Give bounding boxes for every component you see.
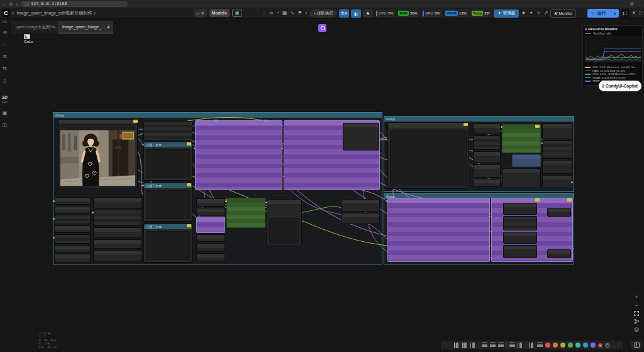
storyboard-text-2-header[interactable]: 分镜二文本 bbox=[144, 183, 192, 188]
node[interactable] bbox=[542, 175, 572, 188]
storyboard-text-1-node[interactable]: 分镜一文本 bbox=[143, 142, 192, 181]
resource-monitor-panel[interactable]: ≡ Resource Monitor Workflow: Idle CPU: 9… bbox=[582, 25, 643, 86]
batch-count-stepper[interactable]: 1 ▴▾ bbox=[621, 9, 630, 18]
color-dot-green[interactable] bbox=[568, 343, 573, 348]
crosshair-icon[interactable]: ◎ bbox=[605, 343, 610, 348]
node[interactable] bbox=[343, 123, 379, 150]
node-green-center[interactable] bbox=[226, 198, 265, 228]
sampler-node-purple-3[interactable] bbox=[387, 198, 490, 262]
node[interactable] bbox=[503, 232, 537, 244]
workflow-title[interactable]: image_qwen_image_edit电影分镜制作 bbox=[16, 10, 92, 16]
node[interactable] bbox=[547, 208, 571, 217]
group-main-title[interactable]: Group bbox=[53, 113, 382, 118]
node[interactable] bbox=[473, 123, 501, 134]
load-image-node-header[interactable] bbox=[58, 120, 137, 123]
comfyui-copilot-button[interactable]: ComfyUI-Copilot bbox=[599, 81, 641, 91]
run-button[interactable]: ▷ 运行 ∨ bbox=[587, 9, 618, 18]
node[interactable] bbox=[542, 160, 572, 174]
preview-node-right[interactable] bbox=[387, 122, 469, 189]
zoom-in-button[interactable]: + bbox=[635, 295, 638, 300]
node[interactable] bbox=[502, 168, 541, 188]
node[interactable] bbox=[503, 245, 537, 258]
clear-color-button[interactable]: ✕ bbox=[598, 343, 602, 348]
link-icon[interactable]: ∞ bbox=[269, 11, 274, 16]
chart-icon[interactable]: ∿ bbox=[290, 11, 296, 16]
back-icon[interactable]: ← bbox=[3, 2, 7, 6]
distribute-v-icon[interactable] bbox=[509, 343, 515, 348]
color-dot-orange[interactable] bbox=[553, 343, 558, 348]
storyboard-text-2-node[interactable]: 分镜二文本 bbox=[143, 183, 192, 222]
storyboard-text-2-textarea[interactable] bbox=[146, 190, 190, 219]
node[interactable] bbox=[542, 123, 572, 139]
logo-chevron-icon[interactable]: ∨ bbox=[11, 11, 14, 15]
node[interactable] bbox=[547, 249, 571, 258]
node[interactable] bbox=[473, 164, 501, 178]
queue-execute-button[interactable]: ◔ 排队执行 bbox=[309, 9, 337, 18]
align-center-h-icon[interactable] bbox=[462, 343, 468, 348]
frame-icon[interactable]: □ bbox=[638, 11, 643, 16]
node[interactable] bbox=[542, 140, 572, 159]
theme-button[interactable]: ◧ bbox=[351, 9, 361, 18]
node-green-right[interactable] bbox=[502, 124, 541, 153]
node[interactable] bbox=[54, 254, 91, 263]
sidebar-item-assets[interactable]: ◌ bbox=[3, 42, 6, 47]
color-dot-yellow[interactable] bbox=[560, 343, 565, 348]
share-icon[interactable]: ↗ bbox=[543, 11, 549, 16]
clear-queue-icon[interactable]: ✕ bbox=[631, 11, 636, 16]
align-bottom-icon[interactable] bbox=[498, 343, 504, 348]
node-navy[interactable] bbox=[512, 154, 541, 167]
color-dot-teal[interactable] bbox=[575, 343, 580, 348]
focus-mode-button[interactable]: ◎ bbox=[634, 327, 639, 332]
copilot-fab-button[interactable] bbox=[318, 24, 326, 32]
node[interactable] bbox=[473, 151, 501, 163]
align-right-icon[interactable] bbox=[470, 343, 476, 348]
manager-button[interactable]: ✦ 管理器 bbox=[494, 9, 519, 18]
list-widget-node[interactable] bbox=[143, 121, 192, 140]
align-top-icon[interactable] bbox=[482, 343, 487, 348]
extension-icon[interactable] bbox=[630, 2, 634, 6]
workflow-tab-2[interactable]: image_qwen_image_... ● bbox=[58, 21, 113, 33]
node[interactable] bbox=[54, 234, 91, 244]
node[interactable] bbox=[341, 213, 380, 224]
storyboard-text-1-header[interactable]: 分镜一文本 bbox=[144, 142, 192, 147]
collapsed-node-badge[interactable] bbox=[133, 120, 138, 123]
sidebar-item-templates[interactable]: ◫ bbox=[3, 123, 8, 128]
collapse-icon[interactable]: ‹ bbox=[304, 11, 308, 16]
flag-button[interactable]: ⚑ bbox=[363, 9, 373, 18]
node[interactable] bbox=[196, 208, 225, 215]
stepper-down-icon[interactable]: ▾ bbox=[626, 13, 627, 16]
new-tab-button[interactable]: + bbox=[107, 23, 111, 30]
load-image-node[interactable] bbox=[58, 119, 138, 188]
node[interactable] bbox=[196, 198, 225, 207]
node[interactable] bbox=[54, 197, 91, 205]
history-icon[interactable]: ◔ bbox=[275, 11, 280, 16]
translate-button[interactable]: 文A bbox=[339, 9, 349, 18]
color-dot-red[interactable] bbox=[545, 343, 550, 348]
storyboard-text-3-textarea[interactable] bbox=[146, 231, 190, 260]
sidebar-item-3d-ppt[interactable]: 3D 3D PPT bbox=[1, 90, 8, 104]
sidebar-item-node-library[interactable]: ⧉ bbox=[3, 54, 7, 59]
node[interactable] bbox=[54, 206, 91, 213]
node[interactable] bbox=[93, 239, 142, 249]
fit-view-button[interactable] bbox=[634, 311, 639, 316]
monitor-button[interactable]: K Monitor bbox=[550, 9, 576, 18]
address-bar[interactable]: ⓘ 127.0.0.1:8188 bbox=[21, 1, 128, 7]
node-purple-small[interactable] bbox=[196, 217, 225, 233]
sidebar-item-gallery[interactable]: ▣ bbox=[3, 111, 8, 116]
node-map-button[interactable]: ▦ bbox=[232, 9, 243, 17]
pointer-mode-button[interactable] bbox=[634, 319, 640, 324]
sidebar-item-queue[interactable]: △ bbox=[3, 78, 6, 83]
reload-icon[interactable]: ⟳ bbox=[9, 2, 13, 6]
bookmark-icon[interactable]: ⚑ bbox=[297, 11, 303, 16]
storyboard-text-3-header[interactable]: 分镜三文本 bbox=[144, 224, 192, 229]
storyboard-text-1-textarea[interactable] bbox=[146, 149, 190, 178]
pin-icon[interactable]: ✦ bbox=[528, 11, 534, 16]
kebab-icon[interactable]: ⋮ bbox=[260, 11, 267, 16]
site-info-icon[interactable]: ⓘ bbox=[25, 2, 29, 6]
grid-view-icon[interactable]: ▦ bbox=[282, 11, 288, 16]
node[interactable] bbox=[196, 253, 225, 261]
sidebar-item-history[interactable]: ⟲ bbox=[3, 30, 7, 35]
node[interactable] bbox=[54, 225, 91, 233]
color-dot-blue[interactable] bbox=[583, 343, 588, 348]
node[interactable] bbox=[196, 243, 225, 252]
